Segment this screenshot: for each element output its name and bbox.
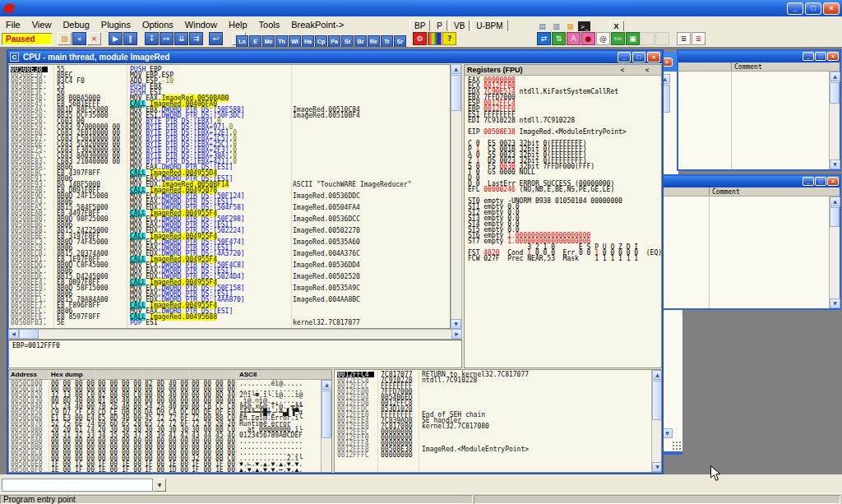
window-button-tr[interactable]: Tr [381, 35, 393, 48]
window-button-pa[interactable]: Pa [328, 35, 340, 48]
scroll-down-icon[interactable]: ▼ [830, 160, 840, 169]
resize-grip[interactable] [672, 441, 682, 451]
menu-item-window[interactable]: Window [179, 18, 223, 30]
open-file-icon[interactable]: ▨ [58, 32, 72, 45]
plugin-button-ubpm[interactable]: U-BPM [471, 20, 507, 32]
binary-icon[interactable]: 010 [611, 32, 625, 45]
scroll-up-icon[interactable]: ▲ [451, 64, 461, 74]
scroll-down-icon[interactable]: ▼ [830, 298, 840, 308]
scroll-left-icon[interactable]: ◀ [8, 329, 19, 339]
pause-icon[interactable]: ‖ [123, 32, 137, 45]
spiral-icon[interactable]: @ [596, 32, 610, 45]
menu-item-file[interactable]: File [0, 18, 26, 30]
scroll-up-icon[interactable]: ▲ [322, 380, 332, 390]
disasm-horizontal-scrollbar[interactable]: ◀ ▶ [8, 329, 462, 340]
animate-into-icon[interactable]: ⇊ [174, 32, 188, 45]
disasm-row[interactable]: 00508F03.5EPOP ESIkernel32.7C817077 [9, 320, 450, 326]
scroll-up-icon[interactable]: ▲ [830, 72, 840, 81]
log-list-1-icon[interactable]: ≣ [677, 32, 691, 45]
menu-item-breakpoint[interactable]: BreakPoint-> [285, 18, 349, 30]
column-divider[interactable] [731, 62, 732, 71]
command-input[interactable] [2, 479, 153, 492]
register-row[interactable]: EFL 00000246 (NO,NB,E,BE,NS,PE,GE,LE) [468, 187, 614, 192]
stack-row[interactable]: 0012FFFC00000000 [335, 452, 661, 458]
blank-2-icon[interactable] [655, 32, 669, 45]
scrollbar-thumb[interactable] [19, 329, 39, 339]
help-icon[interactable]: ? [442, 32, 456, 45]
execute-till-return-icon[interactable]: ↩ [209, 32, 223, 45]
plugin-button-vb[interactable]: VB [449, 20, 470, 32]
scrollbar-thumb[interactable] [322, 391, 331, 438]
registers-prev2-icon[interactable]: < [641, 67, 653, 75]
close-button[interactable]: × [647, 52, 660, 62]
log-list-2-icon[interactable]: ≣ [692, 32, 706, 45]
disasm-row[interactable]: 00508E3B.83C4 F0ADD ESP,-10 [9, 78, 450, 84]
plugin-button-p[interactable]: P [432, 20, 447, 32]
restart-icon[interactable]: « [72, 32, 86, 45]
maximize-button[interactable]: □ [815, 177, 826, 186]
scroll-down-icon[interactable]: ▼ [652, 462, 662, 472]
window-button-th[interactable]: Th [275, 35, 288, 48]
column-divider[interactable] [709, 187, 710, 196]
window-button-re[interactable]: Re [368, 35, 380, 48]
menu-item-help[interactable]: Help [223, 18, 253, 30]
menu-item-tools[interactable]: Tools [253, 18, 286, 30]
dump-vertical-scrollbar[interactable]: ▲ [321, 380, 331, 472]
vertical-scrollbar[interactable]: ▲ ▼ [829, 72, 840, 169]
register-row[interactable]: FCW 027F Prec NEAR,53 Mask 1 1 1 1 1 1 [468, 256, 638, 261]
close-button[interactable]: × [827, 177, 839, 186]
scroll-down-icon[interactable]: ▼ [451, 319, 461, 329]
restore-button[interactable]: □ [805, 2, 821, 15]
menu-item-options[interactable]: Options [136, 18, 179, 30]
cpu-view-icon[interactable]: ▣ [626, 32, 640, 45]
blank-1-icon[interactable] [641, 32, 655, 45]
window-button-ln[interactable]: Ln [236, 35, 248, 48]
window-titlebar[interactable]: _ □ × [658, 176, 840, 187]
scroll-up-icon[interactable]: ▲ [830, 197, 840, 206]
menu-item-plugins[interactable]: Plugins [95, 18, 136, 30]
disasm-row[interactable]: 00508E3E.53PUSH EBX [9, 84, 450, 90]
window-button-st[interactable]: St [341, 35, 354, 48]
options-gear-icon[interactable]: ⚙ [413, 32, 427, 45]
minimize-button[interactable]: _ [803, 52, 814, 61]
window-button-me[interactable]: Me [262, 35, 275, 48]
highlight-icon[interactable]: A [567, 32, 581, 45]
maximize-button[interactable]: □ [632, 52, 645, 62]
vertical-scrollbar[interactable]: ▲ ▼ [829, 197, 840, 308]
stack-vertical-scrollbar[interactable]: ▲ ▼ [651, 370, 662, 472]
scroll-right-icon[interactable]: ▶ [451, 329, 462, 339]
animate-over-icon[interactable]: ⇉ [189, 32, 203, 45]
scrollbar-thumb[interactable] [830, 82, 840, 104]
window-button-sr[interactable]: Sr [394, 35, 406, 48]
appearance-icon[interactable] [428, 32, 442, 45]
minimize-button[interactable]: _ [803, 177, 814, 186]
menu-item-debug[interactable]: Debug [57, 18, 95, 30]
disasm-vertical-scrollbar[interactable]: ▲ ▼ [451, 64, 462, 329]
close-button[interactable]: × [827, 52, 839, 61]
disasm-row[interactable]: 00508EFE.E8 8597F8FFCALL ImageRed.004956… [9, 314, 450, 320]
scroll-up-icon[interactable]: ▲ [652, 370, 662, 380]
scrollbar-thumb[interactable] [652, 381, 662, 420]
combo-dropdown-icon[interactable]: ▼ [153, 479, 166, 492]
registers-prev-icon[interactable]: < [617, 67, 628, 75]
close-button[interactable]: × [823, 2, 840, 15]
scrollbar-thumb[interactable] [451, 75, 461, 111]
breakpoint-dot-icon[interactable]: ● [581, 32, 595, 45]
plugin-button-bp[interactable]: BP [409, 20, 430, 32]
font-size-icon[interactable]: ⇅ [552, 32, 566, 45]
run-icon[interactable]: ▶ [109, 32, 123, 45]
scrollbar-thumb[interactable] [830, 207, 840, 227]
cpu-titlebar[interactable]: C CPU - main thread, module ImageRed _ □… [8, 51, 662, 63]
window-button-br[interactable]: Br [354, 35, 367, 48]
minimize-button[interactable]: _ [787, 2, 803, 15]
close-program-icon[interactable]: × [87, 32, 101, 45]
register-row[interactable]: EDI 7C910228 ntdll.7C910228 [468, 118, 575, 123]
step-over-icon[interactable]: ↦ [160, 32, 173, 45]
window-button-e[interactable]: E [249, 35, 261, 48]
swap-panes-icon[interactable]: ⇄ [537, 32, 551, 45]
window-titlebar[interactable]: _ □ × [678, 51, 840, 62]
disasm-row[interactable]: 00508E38$55PUSH EBP [9, 67, 450, 72]
window-button-wi[interactable]: Wi [289, 35, 301, 48]
menu-item-view[interactable]: View [26, 18, 58, 30]
register-row[interactable]: EIP 00508E38 ImageRed.<ModuleEntryPoint> [468, 129, 627, 135]
